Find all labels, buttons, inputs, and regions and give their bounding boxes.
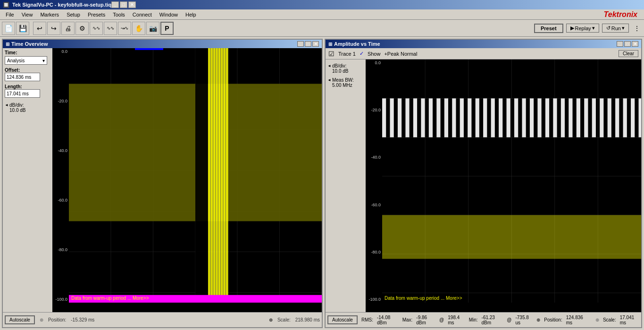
time-mode-dropdown[interactable]: Analysis ▾ <box>5 56 47 65</box>
menu-window[interactable]: Window <box>156 11 182 18</box>
time-mode-chevron: ▾ <box>42 58 45 63</box>
signal-button[interactable]: ∿∿ <box>104 22 117 35</box>
right-measbw-label: Meas BW: <box>332 77 354 83</box>
right-max-label: Max: <box>402 317 413 322</box>
amplitude-controls[interactable]: _ □ ✕ <box>617 41 638 47</box>
time-label: Time: <box>5 50 50 55</box>
svg-rect-61 <box>577 98 580 137</box>
menu-presets[interactable]: Presets <box>84 11 109 18</box>
right-chart-warning: Data from warm-up period ... More>> <box>385 296 462 301</box>
offset-input[interactable]: 124.836 ms <box>5 73 40 81</box>
time-overview-icon: ⊞ <box>6 42 9 47</box>
amplitude-minimize[interactable]: _ <box>617 41 623 47</box>
dbdiv-section: ◄ dB/div: 10.0 dB <box>5 102 50 113</box>
refresh-icon: ↺ <box>606 25 611 31</box>
amplitude-chart[interactable]: 0.0 -20.0 -40.0 -60.0 -80.0 -100.0 <box>366 59 641 312</box>
right-measbw-arrow[interactable]: ◄ <box>327 78 331 82</box>
window-controls[interactable]: _ □ ✕ <box>111 1 136 8</box>
dbdiv-container: ◄ dB/div: <box>5 102 50 108</box>
svg-rect-54 <box>522 98 526 137</box>
amplitude-svg <box>382 59 641 303</box>
y-label-4: -80.0 <box>52 247 69 252</box>
right-dbdiv-arrow[interactable]: ◄ <box>327 64 331 68</box>
amplitude-maximize[interactable]: □ <box>624 41 631 47</box>
undo-button[interactable]: ↩ <box>33 22 46 35</box>
right-min-label: Min: <box>469 317 478 322</box>
peak-label: +Peak Normal <box>384 51 417 57</box>
right-measbw-container: ◄ Meas BW: <box>327 77 364 83</box>
right-y-label-2: -40.0 <box>366 155 382 160</box>
hand-button[interactable]: ✋ <box>132 22 145 35</box>
amplitude-body: ◄ dB/div: 10.0 dB ◄ Meas BW: 5.00 MHz <box>326 59 641 312</box>
maximize-button[interactable]: □ <box>120 1 127 8</box>
menu-view[interactable]: View <box>18 11 37 18</box>
offset-label: Offset: <box>5 68 50 73</box>
selection-bar <box>135 48 163 50</box>
show-label: Show <box>368 51 381 57</box>
right-scale-label: Scale: <box>603 317 616 322</box>
time-overview-maximize[interactable]: □ <box>305 41 311 47</box>
time-overview-controls[interactable]: _ □ ✕ <box>297 41 319 47</box>
right-autoscale-button[interactable]: Autoscale <box>327 315 358 324</box>
window-title: Tek SignalVu-PC - keyfobfull-w-setup.tiq <box>12 2 111 8</box>
left-position-label: Position: <box>48 317 66 322</box>
svg-rect-52 <box>507 98 510 137</box>
svg-rect-70 <box>382 215 641 259</box>
tool3-button[interactable]: ↝∿ <box>118 22 131 35</box>
right-measbw-value: 5.00 MHz <box>327 83 364 88</box>
svg-rect-63 <box>592 98 596 137</box>
y-label-2: -40.0 <box>52 148 69 153</box>
new-button[interactable]: 📄 <box>2 22 15 35</box>
time-mode-value: Analysis <box>7 58 25 63</box>
save-button[interactable]: 💾 <box>16 22 29 35</box>
title-bar: 🔲 Tek SignalVu-PC - keyfobfull-w-setup.t… <box>0 0 644 9</box>
dbdiv-arrow-left[interactable]: ◄ <box>5 103 8 107</box>
replay-button[interactable]: ▶ Replay ▾ <box>566 24 599 33</box>
svg-rect-65 <box>608 98 611 137</box>
length-input[interactable]: 17.041 ms <box>5 89 40 98</box>
svg-rect-47 <box>468 98 471 137</box>
p-button[interactable]: P <box>160 22 174 35</box>
length-label: Length: <box>5 84 50 89</box>
time-overview-controls-panel: Time: Analysis ▾ Offset: 124.836 ms Leng… <box>3 48 52 312</box>
menu-markers[interactable]: Markers <box>36 11 63 18</box>
run-button[interactable]: ↺ Run ▾ <box>602 24 629 33</box>
right-y-label-0: 0.0 <box>366 60 382 65</box>
settings-button[interactable]: ⚙ <box>75 22 89 35</box>
menu-bar: File View Markers Setup Presets Tools Co… <box>0 9 644 20</box>
play-icon: ▶ <box>570 25 574 31</box>
menu-connect[interactable]: Connect <box>129 11 156 18</box>
amplitude-close[interactable]: ✕ <box>632 41 638 47</box>
replay-dropdown-icon[interactable]: ▾ <box>592 25 595 31</box>
clear-button[interactable]: Clear <box>619 50 638 57</box>
svg-rect-57 <box>545 98 549 137</box>
left-y-axis: 0.0 -20.0 -40.0 -60.0 -80.0 -100.0 <box>52 48 69 303</box>
time-overview-chart[interactable]: 0.0 -20.0 -40.0 -60.0 -80.0 -100.0 <box>52 48 322 312</box>
replay-label: Replay <box>575 25 591 31</box>
menu-file[interactable]: File <box>2 11 18 18</box>
svg-rect-60 <box>569 98 572 137</box>
camera-button[interactable]: 📷 <box>146 22 159 35</box>
menu-help[interactable]: Help <box>182 11 200 18</box>
trace-checkbox[interactable]: ☑ <box>328 50 335 58</box>
toolbar-more-button[interactable]: ⋮ <box>632 25 642 32</box>
spectrum-button[interactable]: ∿∿ <box>90 22 103 35</box>
minimize-button[interactable]: _ <box>111 1 119 8</box>
preset-button[interactable]: Preset <box>534 24 563 33</box>
menu-tools[interactable]: Tools <box>109 11 129 18</box>
close-button[interactable]: ✕ <box>128 1 136 8</box>
run-dropdown-icon[interactable]: ▾ <box>622 25 625 31</box>
time-overview-minimize[interactable]: _ <box>297 41 304 47</box>
left-autoscale-button[interactable]: Autoscale <box>5 315 35 324</box>
print-button[interactable]: 🖨 <box>61 22 75 35</box>
time-overview-close[interactable]: ✕ <box>312 41 319 47</box>
run-label: Run <box>611 25 621 31</box>
y-label-3: -60.0 <box>52 198 69 203</box>
menu-setup[interactable]: Setup <box>63 11 84 18</box>
amplitude-title: Amplitude vs Time <box>334 41 380 47</box>
svg-rect-55 <box>530 98 534 137</box>
redo-button[interactable]: ↪ <box>47 22 60 35</box>
toolbar-right: Preset ▶ Replay ▾ ↺ Run ▾ ⋮ <box>534 24 642 33</box>
right-y-label-4: -80.0 <box>366 250 382 254</box>
left-x-axis-area <box>69 303 322 312</box>
